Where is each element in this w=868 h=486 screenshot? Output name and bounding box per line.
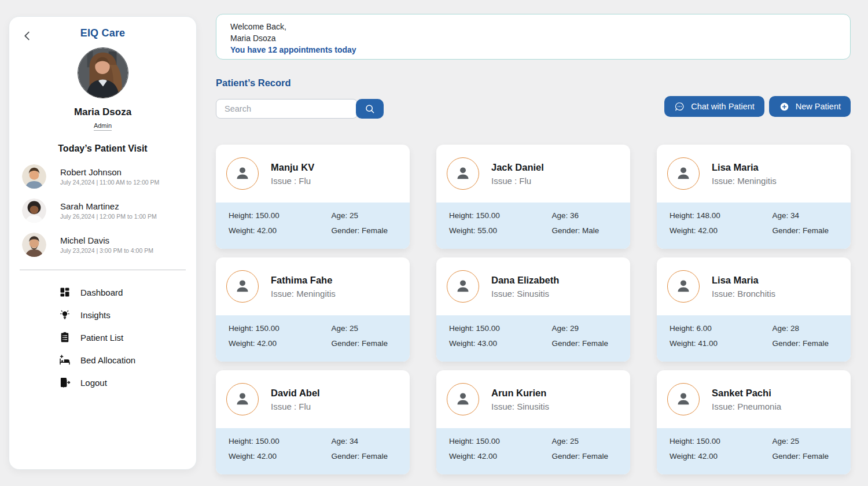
patient-age: Age: 25	[332, 324, 397, 333]
nav-item-patient-list[interactable]: Patient List	[59, 332, 196, 343]
visit-name: Michel Davis	[60, 235, 153, 245]
new-patient-button[interactable]: New Patient	[769, 96, 851, 117]
patient-issue: Issue: Bronchitis	[712, 289, 775, 299]
nav-item-bed-allocation[interactable]: Bed Allocation	[59, 354, 196, 366]
visit-name: Sarah Martinez	[60, 201, 157, 211]
chat-with-patient-button[interactable]: Chat with Patient	[664, 96, 764, 117]
patient-height: Height: 150.00	[670, 437, 773, 446]
patient-weight: Weight: 42.00	[449, 452, 552, 461]
patient-gender: Gender: Male	[552, 226, 617, 235]
patient-weight: Weight: 55.00	[449, 226, 552, 235]
patient-stats: Height: 150.00 Age: 29 Weight: 43.00 Gen…	[436, 315, 630, 362]
patient-card[interactable]: David Abel Issue : Flu Height: 150.00 Ag…	[216, 370, 410, 474]
visit-time: July 23,2024 | 3:00 PM to 4:00 PM	[60, 247, 153, 254]
patient-issue: Issue: Meningitis	[712, 176, 777, 186]
patient-weight: Weight: 42.00	[229, 226, 332, 235]
patient-card[interactable]: Jack Daniel Issue : Flu Height: 150.00 A…	[436, 145, 630, 249]
patient-weight: Weight: 42.00	[670, 226, 773, 235]
search-button[interactable]	[356, 99, 384, 119]
patient-stats: Height: 148.00 Age: 34 Weight: 42.00 Gen…	[657, 203, 851, 249]
person-icon	[667, 157, 700, 190]
nav-item-logout[interactable]: Logout	[59, 377, 196, 388]
user-avatar	[78, 47, 128, 98]
patient-issue: Issue : Flu	[491, 176, 544, 186]
controls-row: Chat with Patient New Patient	[216, 96, 851, 119]
patient-weight: Weight: 41.00	[670, 339, 773, 348]
patient-weight: Weight: 42.00	[229, 452, 332, 461]
patient-card[interactable]: Fathima Fahe Issue: Meningitis Height: 1…	[216, 257, 410, 362]
user-role-badge: Admin	[94, 122, 112, 131]
patient-name: Lisa Maria	[712, 162, 777, 173]
visit-item[interactable]: Michel Davis July 23,2024 | 3:00 PM to 4…	[22, 233, 183, 257]
person-icon	[447, 383, 479, 415]
person-icon	[447, 270, 479, 303]
nav-item-dashboard[interactable]: Dashboard	[59, 286, 196, 298]
search-icon	[364, 103, 376, 115]
visit-avatar	[22, 164, 46, 189]
patient-card[interactable]: Arun Kurien Issue: Sinusitis Height: 150…	[436, 370, 630, 474]
patient-age: Age: 25	[773, 437, 838, 446]
patient-name: Arun Kurien	[491, 388, 549, 399]
bed-icon	[59, 354, 71, 366]
patient-age: Age: 34	[773, 211, 838, 220]
patient-name: David Abel	[271, 388, 320, 399]
nav-item-insights[interactable]: Insights	[59, 309, 196, 321]
search-input[interactable]	[216, 99, 358, 119]
patient-card[interactable]: Manju KV Issue : Flu Height: 150.00 Age:…	[216, 145, 410, 249]
sidebar-divider	[20, 270, 186, 270]
person-icon	[226, 383, 259, 415]
visit-avatar	[22, 198, 46, 223]
patient-height: Height: 150.00	[449, 324, 552, 333]
appointments-count-text: You have 12 appointments today	[230, 44, 836, 56]
visit-item[interactable]: Sarah Martinez July 26,2024 | 12:00 PM t…	[22, 198, 183, 223]
person-icon	[447, 157, 479, 190]
visit-time: July 26,2024 | 12:00 PM to 1:00 PM	[60, 213, 157, 220]
patient-issue: Issue : Flu	[271, 402, 320, 411]
patient-list-icon	[59, 332, 71, 343]
visit-list: Robert Johnson July 24,2024 | 11:00 AM t…	[9, 164, 196, 257]
person-icon	[667, 383, 700, 415]
patient-height: Height: 150.00	[229, 437, 332, 446]
new-patient-label: New Patient	[796, 102, 841, 111]
nav-label: Logout	[80, 378, 107, 388]
person-icon	[667, 270, 700, 303]
insights-bulb-icon	[59, 309, 71, 321]
patient-card[interactable]: Sanket Pachi Issue: Pneumonia Height: 15…	[657, 370, 851, 474]
patient-age: Age: 34	[332, 437, 397, 446]
person-icon	[226, 270, 259, 303]
dashboard-icon	[59, 286, 71, 298]
patient-stats: Height: 150.00 Age: 25 Weight: 42.00 Gen…	[216, 315, 410, 362]
nav-menu: Dashboard Insights Patient List Bed Allo…	[9, 286, 196, 388]
patient-height: Height: 150.00	[229, 211, 332, 220]
patient-height: Height: 150.00	[449, 211, 552, 220]
sidebar: EIQ Care Maria Dsoza Admin Today’s Pat	[9, 16, 197, 470]
patient-age: Age: 36	[552, 211, 617, 220]
patient-card[interactable]: Lisa Maria Issue: Bronchitis Height: 6.0…	[657, 257, 851, 362]
patient-name: Lisa Maria	[712, 275, 775, 286]
patient-name: Jack Daniel	[491, 162, 544, 173]
search-bar	[216, 99, 384, 119]
patient-height: Height: 150.00	[449, 437, 552, 446]
nav-label: Dashboard	[80, 288, 123, 297]
patient-card[interactable]: Lisa Maria Issue: Meningitis Height: 148…	[657, 145, 851, 249]
patient-issue: Issue: Sinusitis	[491, 289, 559, 299]
visits-heading: Today’s Patient Visit	[9, 143, 196, 154]
patient-cards-grid: Manju KV Issue : Flu Height: 150.00 Age:…	[216, 145, 851, 474]
patient-weight: Weight: 43.00	[449, 339, 552, 348]
patient-name: Fathima Fahe	[271, 275, 336, 286]
plus-circle-icon	[779, 101, 790, 112]
patient-gender: Gender: Female	[332, 226, 397, 235]
visit-item[interactable]: Robert Johnson July 24,2024 | 11:00 AM t…	[22, 164, 183, 189]
patient-gender: Gender: Female	[552, 452, 617, 461]
nav-label: Patient List	[80, 333, 123, 343]
patient-gender: Gender: Female	[773, 226, 838, 235]
patient-gender: Gender: Female	[773, 452, 838, 461]
patient-gender: Gender: Female	[332, 339, 397, 348]
user-name: Maria Dsoza	[9, 106, 196, 118]
patient-gender: Gender: Female	[552, 339, 617, 348]
patient-gender: Gender: Female	[773, 339, 838, 348]
patient-age: Age: 29	[552, 324, 617, 333]
patient-card[interactable]: Dana Elizabeth Issue: Sinusitis Height: …	[436, 257, 630, 362]
back-button[interactable]	[21, 28, 36, 43]
visit-name: Robert Johnson	[60, 167, 159, 177]
